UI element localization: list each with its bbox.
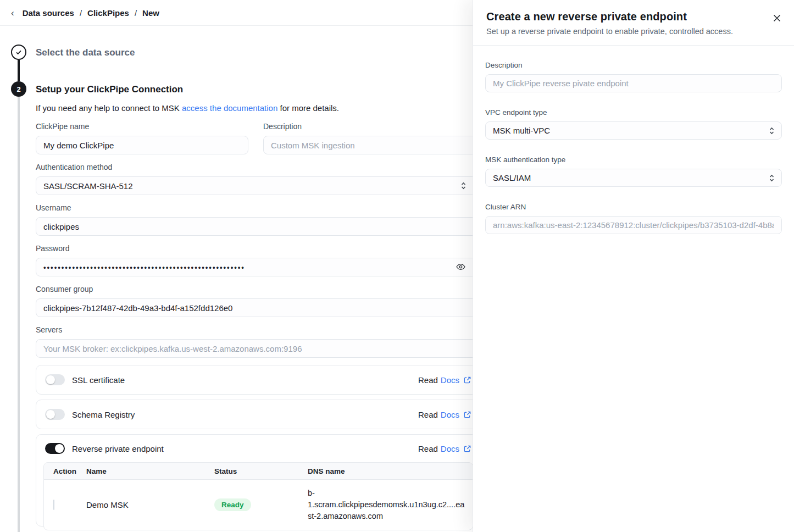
page: ‹ Data sources / ClickPipes / New 2 Sele… (0, 0, 794, 532)
main-content: Select the data source Setup your ClickP… (36, 0, 481, 532)
schema-registry-card: Schema Registry Read Docs (36, 400, 481, 429)
vpc-endpoint-type-group: VPC endpoint type MSK multi-VPC (485, 108, 782, 140)
auth-method-group: Authentication method SASL/SCRAM-SHA-512 (36, 163, 481, 195)
column-action: Action (53, 467, 86, 475)
endpoint-name: Demo MSK (86, 500, 214, 509)
create-endpoint-panel: Create a new reverse private endpoint Se… (473, 0, 794, 532)
step-1-title: Select the data source (36, 47, 135, 58)
column-name: Name (86, 467, 214, 475)
panel-subtitle: Set up a reverse private endpoint to ena… (486, 27, 781, 36)
password-label: Password (36, 244, 481, 253)
ssl-read-docs: Read Docs (418, 375, 471, 385)
column-status: Status (214, 467, 308, 475)
servers-label: Servers (36, 325, 481, 334)
ssl-certificate-label: SSL certificate (72, 375, 125, 385)
read-label: Read (418, 375, 438, 385)
panel-body: Description VPC endpoint type MSK multi-… (473, 46, 794, 234)
step-2-title: Setup your ClickPipe Connection (36, 84, 183, 95)
clickpipe-name-input[interactable] (36, 136, 248, 154)
clickpipe-name-label: ClickPipe name (36, 122, 248, 131)
external-link-icon[interactable] (462, 411, 471, 419)
password-group: Password (36, 244, 481, 276)
endpoint-dns: b-1.scram.clickpipesdemomsk.u1n3ug.c2...… (308, 487, 468, 522)
documentation-link[interactable]: access the documentation (182, 103, 277, 113)
status-badge: Ready (214, 498, 251, 511)
panel-description-group: Description (485, 61, 782, 92)
cluster-arn-group: Cluster ARN (485, 203, 782, 234)
panel-description-input[interactable] (485, 74, 782, 92)
auth-method-label: Authentication method (36, 163, 481, 171)
reverse-private-endpoint-label: Reverse private endpoint (72, 444, 164, 453)
panel-header: Create a new reverse private endpoint Se… (473, 0, 794, 46)
docs-link[interactable]: Docs (441, 375, 459, 385)
step-2-indicator: 2 (11, 81, 26, 97)
password-field-wrap (36, 258, 481, 276)
help-text-suffix: for more details. (277, 103, 339, 113)
msk-auth-type-select[interactable]: SASL/IAM (485, 169, 782, 187)
msk-auth-type-group: MSK authentication type SASL/IAM (485, 156, 782, 187)
description-group: Description (263, 122, 481, 154)
username-label: Username (36, 203, 481, 212)
cluster-arn-label: Cluster ARN (485, 203, 782, 211)
endpoint-table: Action Name Status DNS name Demo MSK Rea… (43, 462, 473, 530)
stepper-connector (18, 97, 20, 532)
vpc-endpoint-type-value: MSK multi-VPC (493, 126, 550, 135)
vpc-endpoint-type-label: VPC endpoint type (485, 108, 782, 117)
servers-group: Servers (36, 325, 481, 358)
table-row: Demo MSK Ready b-1.scram.clickpipesdemom… (44, 480, 473, 530)
stepper-connector (18, 60, 20, 81)
consumer-group-group: Consumer group (36, 285, 481, 317)
stepper-rail: 2 (11, 45, 26, 532)
username-input[interactable] (36, 217, 481, 236)
schema-read-docs: Read Docs (418, 410, 471, 419)
auth-method-value: SASL/SCRAM-SHA-512 (43, 181, 133, 191)
external-link-icon[interactable] (462, 376, 471, 384)
username-group: Username (36, 203, 481, 236)
chevron-updown-icon (769, 126, 775, 135)
endpoint-table-header: Action Name Status DNS name (44, 463, 473, 480)
schema-registry-label: Schema Registry (72, 410, 135, 419)
chevron-updown-icon (460, 181, 467, 190)
description-input[interactable] (263, 136, 481, 154)
chevron-updown-icon (769, 174, 775, 182)
close-icon[interactable] (770, 12, 784, 25)
reverse-private-endpoint-toggle[interactable] (45, 443, 65, 454)
ssl-certificate-card: SSL certificate Read Docs (36, 365, 481, 395)
step-1-indicator (11, 45, 26, 60)
schema-registry-toggle[interactable] (45, 409, 65, 420)
help-text: If you need any help to connect to MSK a… (36, 103, 339, 113)
auth-method-select[interactable]: SASL/SCRAM-SHA-512 (36, 176, 481, 195)
read-label: Read (418, 410, 438, 419)
help-text-prefix: If you need any help to connect to MSK (36, 103, 182, 113)
vpc-endpoint-type-select[interactable]: MSK multi-VPC (485, 121, 782, 140)
clickpipe-name-group: ClickPipe name (36, 122, 248, 154)
read-label: Read (418, 444, 438, 453)
panel-description-label: Description (485, 61, 782, 69)
msk-auth-type-value: SASL/IAM (493, 173, 531, 182)
cluster-arn-input[interactable] (485, 216, 782, 234)
check-icon (15, 48, 23, 56)
docs-link[interactable]: Docs (441, 444, 459, 453)
external-link-icon[interactable] (462, 445, 471, 453)
panel-title: Create a new reverse private endpoint (486, 10, 781, 23)
docs-link[interactable]: Docs (441, 410, 459, 419)
msk-auth-type-label: MSK authentication type (485, 156, 782, 164)
servers-input[interactable] (36, 339, 481, 358)
description-label: Description (263, 122, 481, 131)
consumer-group-input[interactable] (36, 298, 481, 317)
rpe-read-docs: Read Docs (418, 444, 471, 453)
column-dns-name: DNS name (308, 467, 473, 475)
reverse-private-endpoint-card: Reverse private endpoint Read Docs Actio… (36, 434, 481, 527)
back-chevron-icon[interactable]: ‹ (11, 8, 14, 18)
password-input[interactable] (36, 258, 481, 276)
row-checkbox[interactable] (53, 500, 54, 510)
eye-icon[interactable] (456, 262, 467, 273)
consumer-group-label: Consumer group (36, 285, 481, 293)
ssl-certificate-toggle[interactable] (45, 374, 65, 385)
